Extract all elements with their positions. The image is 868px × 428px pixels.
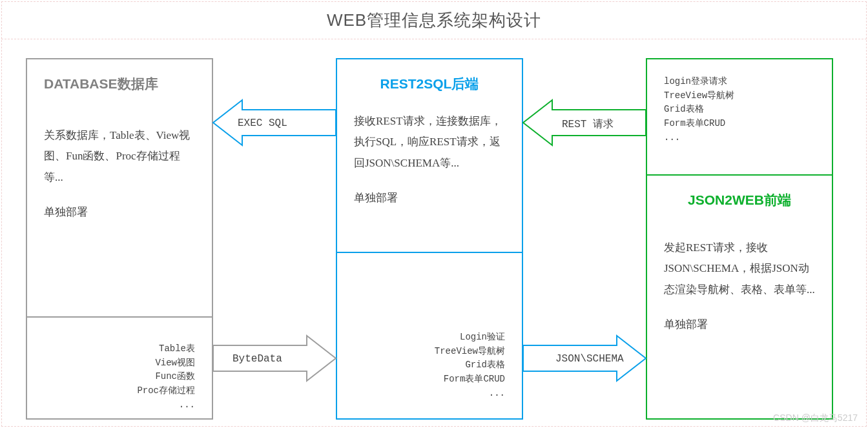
arrow-json-schema-label: JSON\SCHEMA <box>555 353 624 365</box>
json2web-heading: JSON2WEB前端 <box>664 191 815 209</box>
json2web-body: 发起REST请求，接收JSON\SCHEMA，根据JSON动态渲染导航树、表格、… <box>664 238 815 300</box>
database-heading: DATABASE数据库 <box>44 75 195 93</box>
rest2sql-body: 接收REST请求，连接数据库，执行SQL，响应REST请求，返回JSON\SCH… <box>354 111 505 174</box>
database-head: DATABASE数据库 关系数据库，Table表、View视图、Fun函数、Pr… <box>27 59 212 318</box>
arrow-exec-sql-label: EXEC SQL <box>238 117 287 129</box>
rest2sql-deploy: 单独部署 <box>354 188 505 209</box>
rest2sql-sub: Login验证TreeView导航树Grid表格Form表单CRUD... <box>337 253 522 418</box>
rest2sql-head: REST2SQL后端 接收REST请求，连接数据库，执行SQL，响应REST请求… <box>337 59 522 253</box>
database-sub: Table表View视图Func函数Proc存储过程... <box>27 318 212 418</box>
json2web-top: login登录请求TreeView导航树Grid表格Form表单CRUD... <box>647 59 832 176</box>
rest2sql-heading: REST2SQL后端 <box>354 75 505 93</box>
diagram-title: WEB管理信息系统架构设计 <box>0 9 868 32</box>
database-deploy: 单独部署 <box>44 202 195 223</box>
json2web-column: login登录请求TreeView导航树Grid表格Form表单CRUD... … <box>646 58 833 420</box>
json2web-main: JSON2WEB前端 发起REST请求，接收JSON\SCHEMA，根据JSON… <box>647 176 832 418</box>
watermark: CSDN @白龙马5217 <box>773 413 858 424</box>
json2web-deploy: 单独部署 <box>664 314 815 335</box>
rest2sql-sub-lines: Login验证TreeView导航树Grid表格Form表单CRUD... <box>354 331 505 400</box>
database-sub-lines: Table表View视图Func函数Proc存储过程... <box>44 342 195 412</box>
diagram-canvas: DATABASE数据库 关系数据库，Table表、View视图、Fun函数、Pr… <box>0 39 868 426</box>
arrow-bytedata-label: ByteData <box>232 353 282 365</box>
json2web-top-lines: login登录请求TreeView导航树Grid表格Form表单CRUD... <box>664 75 815 145</box>
database-column: DATABASE数据库 关系数据库，Table表、View视图、Fun函数、Pr… <box>26 58 213 420</box>
rest2sql-column: REST2SQL后端 接收REST请求，连接数据库，执行SQL，响应REST请求… <box>336 58 523 420</box>
arrow-rest-request-label: REST 请求 <box>562 117 614 131</box>
database-body: 关系数据库，Table表、View视图、Fun函数、Proc存储过程等... <box>44 125 195 188</box>
